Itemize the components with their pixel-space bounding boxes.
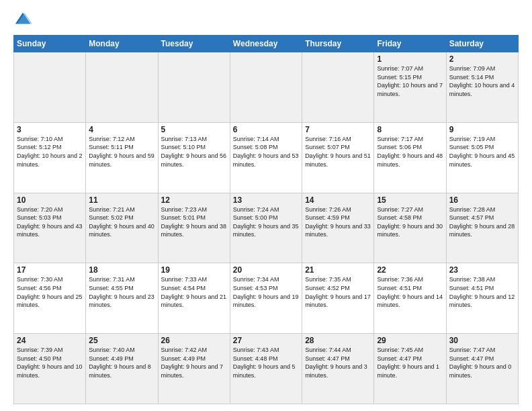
day-info: Sunrise: 7:20 AM Sunset: 5:03 PM Dayligh… — [17, 205, 83, 239]
day-info: Sunrise: 7:16 AM Sunset: 5:07 PM Dayligh… — [305, 135, 371, 169]
calendar-day-23: 23Sunrise: 7:38 AM Sunset: 4:51 PM Dayli… — [446, 263, 518, 334]
day-info: Sunrise: 7:14 AM Sunset: 5:08 PM Dayligh… — [233, 135, 299, 169]
day-info: Sunrise: 7:12 AM Sunset: 5:11 PM Dayligh… — [89, 135, 154, 169]
day-number: 13 — [233, 195, 299, 205]
calendar-empty — [158, 52, 230, 123]
page: SundayMondayTuesdayWednesdayThursdayFrid… — [0, 0, 532, 411]
col-header-saturday: Saturday — [446, 36, 518, 52]
calendar-day-29: 29Sunrise: 7:45 AM Sunset: 4:47 PM Dayli… — [374, 334, 446, 404]
calendar-empty — [302, 52, 374, 123]
col-header-wednesday: Wednesday — [230, 36, 302, 52]
day-number: 1 — [377, 54, 443, 64]
calendar-day-24: 24Sunrise: 7:39 AM Sunset: 4:50 PM Dayli… — [14, 334, 86, 404]
calendar-day-5: 5Sunrise: 7:13 AM Sunset: 5:10 PM Daylig… — [158, 122, 230, 193]
calendar-day-1: 1Sunrise: 7:07 AM Sunset: 5:15 PM Daylig… — [374, 52, 446, 123]
day-info: Sunrise: 7:09 AM Sunset: 5:14 PM Dayligh… — [449, 64, 515, 98]
day-number: 29 — [377, 336, 443, 345]
calendar-day-13: 13Sunrise: 7:24 AM Sunset: 5:00 PM Dayli… — [230, 193, 302, 263]
col-header-tuesday: Tuesday — [158, 36, 230, 52]
day-info: Sunrise: 7:13 AM Sunset: 5:10 PM Dayligh… — [161, 135, 227, 169]
col-header-friday: Friday — [374, 36, 446, 52]
calendar-day-6: 6Sunrise: 7:14 AM Sunset: 5:08 PM Daylig… — [230, 122, 302, 193]
calendar-day-7: 7Sunrise: 7:16 AM Sunset: 5:07 PM Daylig… — [302, 122, 374, 193]
day-info: Sunrise: 7:40 AM Sunset: 4:49 PM Dayligh… — [89, 346, 154, 379]
calendar-day-30: 30Sunrise: 7:47 AM Sunset: 4:47 PM Dayli… — [446, 334, 518, 404]
calendar-day-18: 18Sunrise: 7:31 AM Sunset: 4:55 PM Dayli… — [86, 263, 158, 334]
day-number: 18 — [89, 265, 154, 275]
day-number: 21 — [305, 265, 371, 275]
day-info: Sunrise: 7:38 AM Sunset: 4:51 PM Dayligh… — [449, 275, 515, 309]
day-number: 10 — [17, 195, 83, 205]
calendar-empty — [230, 52, 302, 123]
calendar-day-10: 10Sunrise: 7:20 AM Sunset: 5:03 PM Dayli… — [14, 193, 86, 263]
calendar-week-3: 10Sunrise: 7:20 AM Sunset: 5:03 PM Dayli… — [14, 193, 519, 263]
day-info: Sunrise: 7:26 AM Sunset: 4:59 PM Dayligh… — [305, 205, 371, 239]
day-info: Sunrise: 7:45 AM Sunset: 4:47 PM Dayligh… — [377, 346, 443, 379]
calendar-day-16: 16Sunrise: 7:28 AM Sunset: 4:57 PM Dayli… — [446, 193, 518, 263]
day-info: Sunrise: 7:17 AM Sunset: 5:06 PM Dayligh… — [377, 135, 443, 169]
day-number: 8 — [377, 125, 443, 134]
day-number: 24 — [17, 336, 83, 345]
day-number: 28 — [305, 336, 371, 345]
day-info: Sunrise: 7:35 AM Sunset: 4:52 PM Dayligh… — [305, 275, 371, 309]
col-header-sunday: Sunday — [14, 36, 86, 52]
calendar-week-1: 1Sunrise: 7:07 AM Sunset: 5:15 PM Daylig… — [14, 52, 519, 123]
day-info: Sunrise: 7:47 AM Sunset: 4:47 PM Dayligh… — [449, 346, 515, 379]
calendar-empty — [86, 52, 158, 123]
calendar-day-14: 14Sunrise: 7:26 AM Sunset: 4:59 PM Dayli… — [302, 193, 374, 263]
day-info: Sunrise: 7:19 AM Sunset: 5:05 PM Dayligh… — [449, 135, 515, 169]
day-info: Sunrise: 7:44 AM Sunset: 4:47 PM Dayligh… — [305, 346, 371, 379]
calendar-day-15: 15Sunrise: 7:27 AM Sunset: 4:58 PM Dayli… — [374, 193, 446, 263]
day-number: 11 — [89, 195, 154, 205]
day-number: 25 — [89, 336, 154, 345]
day-info: Sunrise: 7:10 AM Sunset: 5:12 PM Dayligh… — [17, 135, 83, 169]
day-number: 27 — [233, 336, 299, 345]
calendar-day-9: 9Sunrise: 7:19 AM Sunset: 5:05 PM Daylig… — [446, 122, 518, 193]
day-number: 7 — [305, 125, 371, 134]
calendar-day-27: 27Sunrise: 7:43 AM Sunset: 4:48 PM Dayli… — [230, 334, 302, 404]
calendar-day-8: 8Sunrise: 7:17 AM Sunset: 5:06 PM Daylig… — [374, 122, 446, 193]
calendar-header-row: SundayMondayTuesdayWednesdayThursdayFrid… — [14, 36, 519, 52]
day-number: 2 — [449, 54, 515, 64]
day-number: 26 — [161, 336, 227, 345]
calendar-week-4: 17Sunrise: 7:30 AM Sunset: 4:56 PM Dayli… — [14, 263, 519, 334]
day-info: Sunrise: 7:24 AM Sunset: 5:00 PM Dayligh… — [233, 205, 299, 239]
calendar-week-2: 3Sunrise: 7:10 AM Sunset: 5:12 PM Daylig… — [14, 122, 519, 193]
calendar-day-20: 20Sunrise: 7:34 AM Sunset: 4:53 PM Dayli… — [230, 263, 302, 334]
calendar-day-25: 25Sunrise: 7:40 AM Sunset: 4:49 PM Dayli… — [86, 334, 158, 404]
col-header-monday: Monday — [86, 36, 158, 52]
calendar: SundayMondayTuesdayWednesdayThursdayFrid… — [13, 35, 519, 404]
day-info: Sunrise: 7:31 AM Sunset: 4:55 PM Dayligh… — [89, 275, 154, 309]
calendar-day-4: 4Sunrise: 7:12 AM Sunset: 5:11 PM Daylig… — [86, 122, 158, 193]
day-number: 14 — [305, 195, 371, 205]
day-number: 23 — [449, 265, 515, 275]
calendar-day-3: 3Sunrise: 7:10 AM Sunset: 5:12 PM Daylig… — [14, 122, 86, 193]
day-number: 15 — [377, 195, 443, 205]
day-info: Sunrise: 7:28 AM Sunset: 4:57 PM Dayligh… — [449, 205, 515, 239]
day-info: Sunrise: 7:30 AM Sunset: 4:56 PM Dayligh… — [17, 275, 83, 309]
day-number: 3 — [17, 125, 83, 134]
calendar-day-19: 19Sunrise: 7:33 AM Sunset: 4:54 PM Dayli… — [158, 263, 230, 334]
day-info: Sunrise: 7:27 AM Sunset: 4:58 PM Dayligh… — [377, 205, 443, 239]
calendar-empty — [14, 52, 86, 123]
logo-icon — [13, 11, 32, 30]
day-number: 6 — [233, 125, 299, 134]
calendar-day-11: 11Sunrise: 7:21 AM Sunset: 5:02 PM Dayli… — [86, 193, 158, 263]
day-number: 30 — [449, 336, 515, 345]
day-info: Sunrise: 7:21 AM Sunset: 5:02 PM Dayligh… — [89, 205, 154, 239]
day-info: Sunrise: 7:42 AM Sunset: 4:49 PM Dayligh… — [161, 346, 227, 379]
day-info: Sunrise: 7:33 AM Sunset: 4:54 PM Dayligh… — [161, 275, 227, 309]
col-header-thursday: Thursday — [302, 36, 374, 52]
day-number: 5 — [161, 125, 227, 134]
day-number: 20 — [233, 265, 299, 275]
calendar-day-28: 28Sunrise: 7:44 AM Sunset: 4:47 PM Dayli… — [302, 334, 374, 404]
day-number: 22 — [377, 265, 443, 275]
calendar-day-26: 26Sunrise: 7:42 AM Sunset: 4:49 PM Dayli… — [158, 334, 230, 404]
calendar-day-21: 21Sunrise: 7:35 AM Sunset: 4:52 PM Dayli… — [302, 263, 374, 334]
header — [13, 11, 519, 30]
day-number: 17 — [17, 265, 83, 275]
day-number: 19 — [161, 265, 227, 275]
day-number: 12 — [161, 195, 227, 205]
calendar-day-22: 22Sunrise: 7:36 AM Sunset: 4:51 PM Dayli… — [374, 263, 446, 334]
calendar-day-2: 2Sunrise: 7:09 AM Sunset: 5:14 PM Daylig… — [446, 52, 518, 123]
